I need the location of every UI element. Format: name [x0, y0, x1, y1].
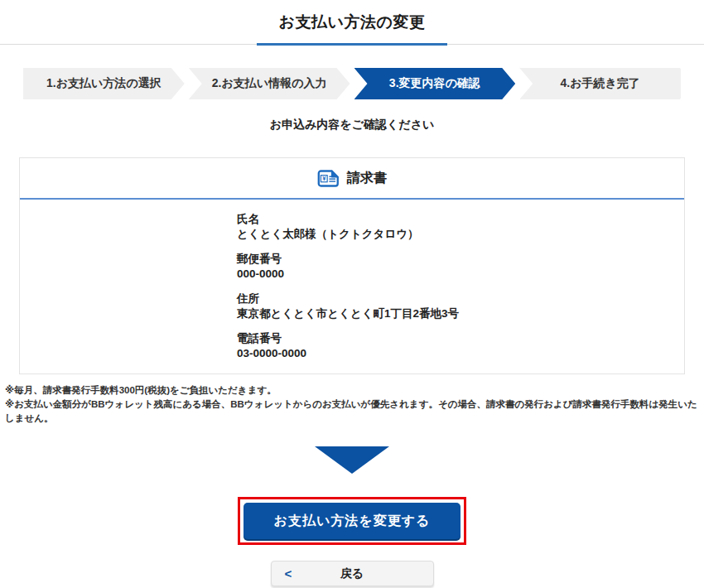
note-line: ※毎月、請求書発行手数料300円(税抜)をご負担いただきます。: [5, 383, 697, 398]
field-postal-code: 郵便番号 000-0000: [237, 253, 668, 281]
title-divider-accent: [257, 43, 447, 46]
field-name: 氏名 とくとく太郎様（トクトクタロウ）: [237, 213, 668, 241]
summary-fields: 氏名 とくとく太郎様（トクトクタロウ） 郵便番号 000-0000 住所 東京都…: [20, 200, 684, 374]
page-title: お支払い方法の変更: [0, 0, 704, 33]
field-label: 住所: [237, 292, 668, 306]
submit-button[interactable]: お支払い方法を変更する: [244, 503, 460, 539]
back-button-label: 戻る: [340, 566, 364, 581]
chevron-left-icon: <: [285, 566, 292, 580]
payment-method-header: ¥ 請求書: [20, 158, 684, 198]
svg-text:¥: ¥: [322, 175, 326, 182]
note-line: ※お支払い金額分がBBウォレット残高にある場合、BBウォレットからのお支払いが優…: [5, 398, 697, 426]
payment-method-name: 請求書: [347, 170, 387, 187]
step-label: 1.お支払い方法の選択: [46, 76, 162, 91]
field-label: 氏名: [237, 213, 668, 226]
field-value: とくとく太郎様（トクトクタロウ）: [237, 228, 668, 241]
step-1-payment-method-select: 1.お支払い方法の選択: [23, 68, 185, 99]
back-button[interactable]: < 戻る: [271, 561, 434, 586]
payment-change-page: お支払い方法の変更 1.お支払い方法の選択 2.お支払い情報の入力 3.変更内容…: [0, 0, 704, 588]
invoice-icon: ¥: [317, 169, 340, 188]
field-address: 住所 東京都とくとく市とくとく町1丁目2番地3号: [237, 292, 668, 321]
field-value: 000-0000: [237, 267, 668, 281]
step-3-confirm-changes: 3.変更内容の確認: [354, 68, 516, 99]
step-label: 2.お支払い情報の入力: [212, 76, 327, 91]
fee-notes: ※毎月、請求書発行手数料300円(税抜)をご負担いただきます。 ※お支払い金額分…: [5, 383, 697, 426]
step-2-payment-info-input: 2.お支払い情報の入力: [189, 68, 350, 99]
field-label: 電話番号: [237, 332, 668, 345]
application-summary-box: ¥ 請求書 氏名 とくとく太郎様（トクトクタロウ） 郵便番号 000-0000 …: [19, 157, 685, 374]
confirm-instruction-text: お申込み内容をご確認ください: [0, 118, 704, 133]
highlight-box: お支払い方法を変更する: [238, 497, 466, 545]
field-label: 郵便番号: [237, 253, 668, 266]
field-value: 03-0000-0000: [237, 347, 668, 360]
down-arrow-icon: [315, 446, 389, 474]
progress-stepper: 1.お支払い方法の選択 2.お支払い情報の入力 3.変更内容の確認 4.お手続き…: [23, 68, 681, 99]
field-value: 東京都とくとく市とくとく町1丁目2番地3号: [237, 307, 668, 321]
step-label: 4.お手続き完了: [560, 76, 639, 91]
title-divider: [0, 44, 704, 45]
step-4-complete: 4.お手続き完了: [519, 68, 681, 99]
step-label: 3.変更内容の確認: [389, 76, 480, 91]
field-phone-number: 電話番号 03-0000-0000: [237, 332, 668, 360]
